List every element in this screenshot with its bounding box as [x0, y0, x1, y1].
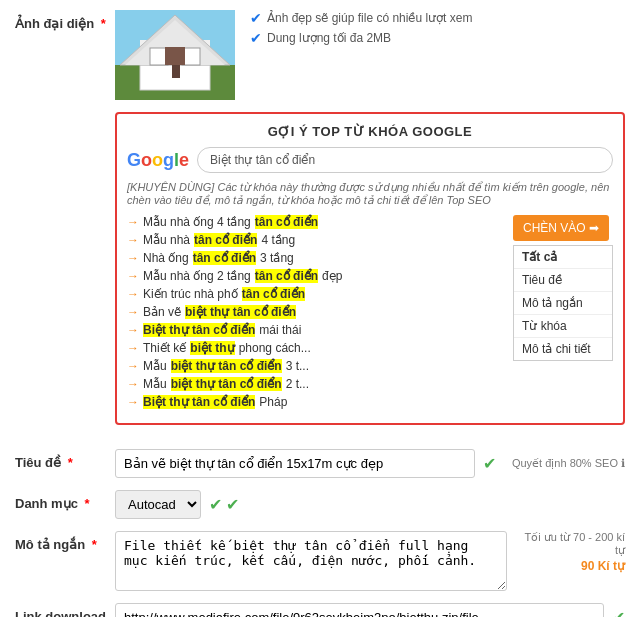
suggest-title: GỢI Ý TOP TỪ KHÓA GOOGLE: [127, 124, 613, 139]
required-star-2: *: [68, 455, 73, 470]
google-search-input[interactable]: [197, 147, 613, 173]
svg-rect-15: [165, 47, 185, 65]
check-icon-1: ✔: [250, 10, 262, 26]
linkdownload-label: Link download: [15, 609, 106, 617]
hint1: Ảnh đẹp sẽ giúp file có nhiều lượt xem: [267, 11, 472, 25]
dropdown-item-tukhoa[interactable]: Từ khóa: [514, 315, 612, 338]
motangan-label: Mô tả ngắn: [15, 537, 85, 552]
avatar-hints: ✔ Ảnh đẹp sẽ giúp file có nhiều lượt xem…: [250, 10, 472, 50]
tieude-input[interactable]: [115, 449, 475, 478]
char-hint: Tối ưu từ 70 - 200 kí tự: [515, 531, 625, 557]
danhmuc-select[interactable]: Autocad: [115, 490, 201, 519]
linkdownload-input[interactable]: [115, 603, 604, 617]
suggest-list: → Mẫu nhà ống 4 tầng tân cổ điển → Mẫu n…: [127, 215, 503, 413]
insert-section: CHÈN VÀO ➡ Tất cả Tiêu đề Mô tả ngắn Từ …: [513, 215, 613, 413]
required-star-4: *: [92, 537, 97, 552]
required-star: *: [101, 16, 106, 31]
dropdown-item-motangan[interactable]: Mô tả ngắn: [514, 292, 612, 315]
required-star-3: *: [85, 496, 90, 511]
motangan-textarea[interactable]: File thiết kế biệt thự tân cổ điển full …: [115, 531, 507, 591]
avatar-label: Ảnh đại diện: [15, 16, 94, 31]
danhmuc-label: Danh mục: [15, 496, 78, 511]
google-logo: Google: [127, 150, 189, 171]
suggest-box: GỢI Ý TOP TỪ KHÓA GOOGLE Google [KHUYÊN …: [115, 112, 625, 425]
check-icon-tieude: ✔: [483, 454, 496, 473]
svg-rect-16: [172, 65, 180, 78]
char-count: 90 Kí tự: [515, 559, 625, 573]
check-icon-2: ✔: [250, 30, 262, 46]
insert-button[interactable]: CHÈN VÀO ➡: [513, 215, 609, 241]
seo-note: Quyết định 80% SEO ℹ: [512, 457, 625, 470]
avatar-image[interactable]: [115, 10, 235, 100]
dropdown-item-motachitiet[interactable]: Mô tả chi tiết: [514, 338, 612, 360]
hint2: Dung lượng tối đa 2MB: [267, 31, 391, 45]
dropdown-item-all[interactable]: Tất cả: [514, 246, 612, 269]
suggest-note: [KHUYÊN DÙNG] Các từ khóa này thường đượ…: [127, 181, 613, 207]
check-icon-link: ✔: [612, 608, 625, 617]
check-icon-danhmuc: ✔ ✔: [209, 495, 239, 514]
dropdown-item-tieude[interactable]: Tiêu đề: [514, 269, 612, 292]
dropdown-menu: Tất cả Tiêu đề Mô tả ngắn Từ khóa Mô tả …: [513, 245, 613, 361]
tieude-label: Tiêu đề: [15, 455, 61, 470]
